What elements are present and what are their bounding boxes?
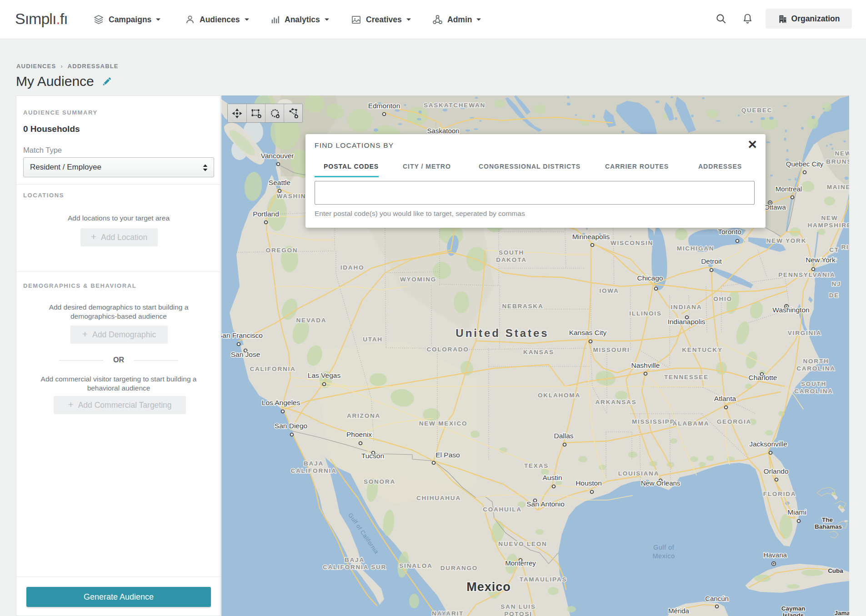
svg-text:NAYARIT: NAYARIT xyxy=(432,610,464,616)
svg-text:Detroit: Detroit xyxy=(701,257,722,265)
svg-text:CHIHUAHUA: CHIHUAHUA xyxy=(416,495,461,501)
svg-text:Jama: Jama xyxy=(834,610,849,616)
svg-text:Portland: Portland xyxy=(253,210,279,218)
svg-text:MAINE: MAINE xyxy=(827,184,849,190)
svg-text:CT: CT xyxy=(829,246,839,253)
svg-text:ARKANSAS: ARKANSAS xyxy=(596,399,637,406)
svg-text:IDAHO: IDAHO xyxy=(340,264,365,271)
svg-text:Havana: Havana xyxy=(763,551,787,559)
svg-text:Toronto: Toronto xyxy=(718,228,741,235)
svg-text:NEW MEXICO: NEW MEXICO xyxy=(419,420,468,427)
svg-text:Gulf of: Gulf of xyxy=(653,544,675,551)
svg-text:OREGON: OREGON xyxy=(266,247,298,254)
svg-text:SASKATCHEWAN: SASKATCHEWAN xyxy=(424,102,486,109)
svg-text:Miami: Miami xyxy=(787,508,806,516)
svg-text:Indianapolis: Indianapolis xyxy=(668,318,706,326)
svg-text:New York: New York xyxy=(806,256,836,264)
svg-text:DURANGO: DURANGO xyxy=(441,565,478,571)
svg-text:Los Angeles: Los Angeles xyxy=(262,399,300,406)
svg-text:SAN LUIS: SAN LUIS xyxy=(501,603,536,610)
svg-text:Ottawa: Ottawa xyxy=(764,203,786,211)
svg-text:HAMPSHIRE: HAMPSHIRE xyxy=(807,222,849,229)
svg-text:Cancún: Cancún xyxy=(705,595,729,602)
svg-text:BAJA: BAJA xyxy=(304,460,324,467)
svg-text:Saskatoon: Saskatoon xyxy=(427,127,460,135)
svg-text:KANSAS: KANSAS xyxy=(523,349,554,356)
svg-text:Washington: Washington xyxy=(772,306,809,314)
svg-text:NUEVO LEON: NUEVO LEON xyxy=(498,541,547,547)
svg-text:SONORA: SONORA xyxy=(364,478,395,485)
svg-text:San Jose: San Jose xyxy=(231,351,260,358)
svg-text:OKLAHOMA: OKLAHOMA xyxy=(538,392,581,399)
svg-text:NEBRASKA: NEBRASKA xyxy=(502,303,544,310)
svg-text:MISSISSIPPI: MISSISSIPPI xyxy=(632,418,677,425)
svg-text:San Diego: San Diego xyxy=(275,422,307,430)
svg-text:SOUTH: SOUTH xyxy=(499,249,524,256)
svg-text:TAMAULIPAS: TAMAULIPAS xyxy=(520,576,567,583)
svg-text:Bahamas: Bahamas xyxy=(815,523,842,530)
svg-text:QUEBEC: QUEBEC xyxy=(741,107,773,114)
svg-text:Monterrey: Monterrey xyxy=(505,559,536,567)
svg-text:CAROLINA: CAROLINA xyxy=(794,388,833,395)
svg-text:WISCONSIN: WISCONSIN xyxy=(611,240,653,246)
svg-text:COAHUILA: COAHUILA xyxy=(483,506,522,513)
svg-text:Jacksonville: Jacksonville xyxy=(749,440,787,448)
svg-text:MISSOURI: MISSOURI xyxy=(593,346,630,353)
svg-text:SINALOA: SINALOA xyxy=(399,562,432,569)
svg-text:NEW: NEW xyxy=(835,150,849,157)
svg-text:Quebec City: Quebec City xyxy=(786,160,824,168)
svg-text:Dallas: Dallas xyxy=(554,432,573,440)
svg-text:Nashville: Nashville xyxy=(631,361,660,369)
svg-text:TENNESSEE: TENNESSEE xyxy=(664,374,709,381)
svg-text:Orlando: Orlando xyxy=(763,467,788,475)
svg-text:RI: RI xyxy=(841,244,849,250)
svg-text:CAROLINA: CAROLINA xyxy=(796,365,836,372)
svg-text:Edmonton: Edmonton xyxy=(368,102,400,110)
svg-text:CALIFORNIA SUR: CALIFORNIA SUR xyxy=(323,564,386,571)
svg-text:El Paso: El Paso xyxy=(436,451,460,459)
svg-text:Minneapolis: Minneapolis xyxy=(572,233,610,240)
svg-text:BRUNSW: BRUNSW xyxy=(826,158,849,165)
svg-text:Tucson: Tucson xyxy=(361,452,384,460)
svg-text:Cayman: Cayman xyxy=(781,605,806,612)
svg-text:Las Vegas: Las Vegas xyxy=(308,371,341,379)
svg-text:FLORIDA: FLORIDA xyxy=(763,491,796,497)
svg-text:DAKOTA: DAKOTA xyxy=(496,256,527,263)
svg-text:NORTH: NORTH xyxy=(803,358,829,365)
svg-text:NEW: NEW xyxy=(821,215,838,221)
svg-text:Phoenix: Phoenix xyxy=(346,431,372,438)
svg-text:Seattle: Seattle xyxy=(269,179,290,186)
svg-text:INDIANA: INDIANA xyxy=(671,304,702,311)
svg-text:Vancouver: Vancouver xyxy=(261,152,294,160)
svg-text:KENTUCKY: KENTUCKY xyxy=(682,346,722,353)
svg-text:The: The xyxy=(822,516,833,523)
svg-text:Cuba: Cuba xyxy=(828,567,843,574)
svg-text:ILLINOIS: ILLINOIS xyxy=(629,310,661,317)
svg-text:San Francisco: San Francisco xyxy=(221,331,263,339)
svg-text:Mérida: Mérida xyxy=(668,607,690,615)
svg-text:New Orleans: New Orleans xyxy=(641,479,681,487)
svg-text:Chicago: Chicago xyxy=(637,274,663,282)
svg-text:ALABAMA: ALABAMA xyxy=(673,420,710,427)
svg-text:BAJA: BAJA xyxy=(345,556,365,563)
svg-text:NEVADA: NEVADA xyxy=(296,317,327,324)
svg-text:PENNSYLVANIA: PENNSYLVANIA xyxy=(778,271,835,278)
svg-text:Kansas City: Kansas City xyxy=(569,329,607,336)
svg-text:United States: United States xyxy=(456,327,549,339)
svg-text:MICHIGAN: MICHIGAN xyxy=(677,245,715,252)
svg-text:Mexico: Mexico xyxy=(466,580,511,594)
svg-text:DE: DE xyxy=(829,292,839,299)
svg-text:NEW YORK: NEW YORK xyxy=(766,237,806,244)
svg-text:Charlotte: Charlotte xyxy=(749,374,777,381)
svg-text:POTOSI: POTOSI xyxy=(504,611,532,616)
svg-text:ARIZONA: ARIZONA xyxy=(347,412,380,419)
svg-text:UTAH: UTAH xyxy=(363,336,383,343)
svg-text:WYOMING: WYOMING xyxy=(400,276,436,283)
svg-text:GEORGIA: GEORGIA xyxy=(717,418,751,425)
svg-text:IOWA: IOWA xyxy=(599,287,619,294)
svg-text:OHIO: OHIO xyxy=(713,295,732,302)
svg-text:Islands: Islands xyxy=(783,612,804,616)
svg-text:Montreal: Montreal xyxy=(776,185,802,193)
svg-text:San Antonio: San Antonio xyxy=(526,500,565,508)
svg-text:CALIFORNIA: CALIFORNIA xyxy=(290,467,336,474)
